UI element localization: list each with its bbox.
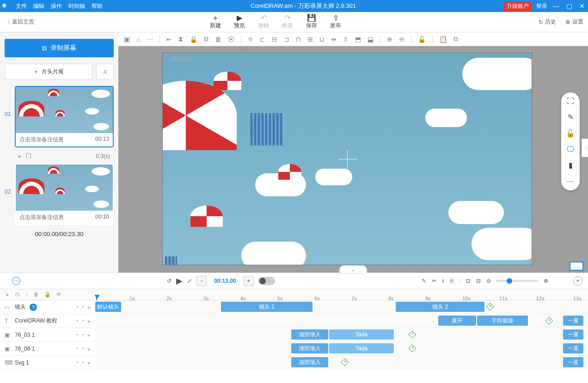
track-header[interactable]: TCorelDRAW 教程••▸ xyxy=(0,317,95,325)
send-back-icon[interactable]: ⬓ xyxy=(368,36,374,43)
track-dot[interactable]: • xyxy=(77,346,79,352)
marker2-icon[interactable]: ⊟ xyxy=(476,278,481,284)
play-button[interactable]: ▶ xyxy=(176,276,183,286)
snap-toggle[interactable] xyxy=(258,277,275,285)
expand-icon[interactable]: ⤢ xyxy=(187,278,192,284)
maximize-button[interactable]: ▢ xyxy=(565,2,573,10)
scene-note[interactable]: 点击添加备注信息 xyxy=(19,213,64,221)
lock3-icon[interactable]: 🔒 xyxy=(44,292,51,298)
cut-icon[interactable]: ✂ xyxy=(432,278,436,284)
clip[interactable]: 顶部渐入 xyxy=(291,329,328,340)
home-icon[interactable]: ⌂ xyxy=(136,36,140,43)
clip[interactable]: 镜头 1 xyxy=(221,302,312,312)
align-middle-icon[interactable]: ⊟ xyxy=(272,36,277,43)
marker1-icon[interactable]: ⊡ xyxy=(466,278,471,284)
more-tools-icon[interactable]: ⋯ xyxy=(567,177,574,186)
track-expand-icon[interactable]: ▸ xyxy=(88,359,91,366)
monitor-icon[interactable]: 🖵 xyxy=(567,145,574,153)
zoom-in2-icon[interactable]: ⊕ xyxy=(544,278,548,284)
zoom-in-icon[interactable]: ⊕ xyxy=(387,36,392,43)
settings-button[interactable]: ⚙设置 xyxy=(565,18,583,26)
clip[interactable]: 镜头 2 xyxy=(396,302,484,312)
link-icon[interactable]: ⎘ xyxy=(450,278,453,284)
keyframe-add[interactable] xyxy=(486,303,494,311)
zoom-inc-button[interactable]: + xyxy=(244,276,254,286)
track-dot[interactable]: • xyxy=(77,359,79,366)
zoom-out2-icon[interactable]: ⊖ xyxy=(486,278,491,284)
delete-icon[interactable]: 🗑 xyxy=(215,36,221,43)
align-top-icon[interactable]: ⊓ xyxy=(296,36,301,43)
track-header[interactable]: ▭镜头?••▸ xyxy=(0,303,95,311)
menu-操作[interactable]: 操作 xyxy=(51,2,62,10)
clip[interactable]: 展开 xyxy=(438,316,476,326)
record-screen-button[interactable]: ⧉ 录制屏幕 xyxy=(5,39,114,57)
copy-icon[interactable]: ⧉ xyxy=(204,35,208,43)
back-home-button[interactable]: 〈 返回主页 xyxy=(5,18,34,26)
minimize-button[interactable]: — xyxy=(552,2,560,10)
clip[interactable]: 一直 xyxy=(563,343,583,353)
collapse-stage-button[interactable]: ⌄ xyxy=(339,265,367,274)
expand-all-icon[interactable]: ▸ xyxy=(6,292,9,298)
eye-icon[interactable]: 👁 xyxy=(56,292,61,298)
timer-icon[interactable]: ⧗ xyxy=(178,35,183,43)
scene-note[interactable]: 点击添加备注信息 xyxy=(19,136,64,144)
lock-icon[interactable]: 🔒 xyxy=(190,36,197,43)
action-预览[interactable]: ▶预览 xyxy=(234,14,245,30)
login-button[interactable]: 登录 xyxy=(536,2,547,10)
stage[interactable]: ▭默认镜头 xyxy=(162,53,532,265)
clip[interactable]: 字符膨胀 xyxy=(477,316,528,326)
align-bottom-icon[interactable]: ⊔ xyxy=(319,36,325,43)
track-body[interactable]: 顶部渐入Tada一直 xyxy=(95,328,588,341)
clip[interactable]: 默认镜头 xyxy=(95,302,121,312)
action-新建[interactable]: ＋新建 xyxy=(210,14,221,30)
dist-v-icon[interactable]: ⇳ xyxy=(343,36,349,43)
music-button[interactable]: ♫ xyxy=(96,64,114,79)
align-center-icon[interactable]: ≑ xyxy=(248,36,253,43)
fullscreen-icon[interactable]: ⛶ xyxy=(567,97,574,105)
keyframe-add[interactable] xyxy=(341,359,349,366)
folder-icon[interactable]: 🗀 xyxy=(15,292,20,298)
lock2-icon[interactable]: 🔓 xyxy=(566,129,575,138)
upgrade-button[interactable]: 升级账户 xyxy=(504,1,532,11)
canvas-area[interactable]: ▭默认镜头 ⌄ ⛶ ✎ 🔓 xyxy=(118,46,588,273)
clip[interactable]: 顶部渐入 xyxy=(291,357,328,367)
zoom-dec-button[interactable]: − xyxy=(196,276,207,286)
track-dot[interactable]: • xyxy=(77,318,79,324)
clip[interactable]: Tada xyxy=(329,329,394,340)
track-header[interactable]: ⌨Svg 1••▸ xyxy=(0,359,95,366)
focus-icon[interactable]: ⦿ xyxy=(228,36,234,43)
align-hcenter-icon[interactable]: ⇤ xyxy=(166,36,172,43)
more-options-icon[interactable]: ⋯ xyxy=(12,277,20,285)
align-left-icon[interactable]: ⊏ xyxy=(260,36,265,43)
scene-transition[interactable]: ▸门0.3(s) xyxy=(5,150,114,164)
history-button[interactable]: ↻历史 xyxy=(539,18,556,26)
scene-item[interactable]: 01点击添加备注信息00:13 xyxy=(5,86,114,147)
menu-编辑[interactable]: 编辑 xyxy=(33,2,44,10)
clip[interactable]: 一直 xyxy=(563,329,583,340)
paste-icon[interactable]: 📋 xyxy=(439,36,447,43)
keyframe-add[interactable] xyxy=(409,331,416,339)
track-body[interactable]: 顶部渐入Tada一直 xyxy=(95,342,588,355)
clip[interactable]: 一直 xyxy=(563,316,583,326)
track-body[interactable]: 默认镜头镜头 1镜头 2 xyxy=(95,300,588,314)
clip[interactable]: Tada xyxy=(329,343,394,353)
clip[interactable]: 一直 xyxy=(563,357,583,367)
trash-icon[interactable]: 🗑 xyxy=(34,292,39,298)
track-dot[interactable]: • xyxy=(77,332,79,338)
action-保存[interactable]: 💾保存 xyxy=(306,14,317,30)
track-dot[interactable]: • xyxy=(82,346,84,352)
close-button[interactable]: ✕ xyxy=(578,2,586,10)
duplicate-icon[interactable]: ⧉ xyxy=(453,35,458,43)
track-expand-icon[interactable]: ▸ xyxy=(88,318,91,324)
aspect-badge[interactable] xyxy=(570,261,583,271)
keyframe-add[interactable] xyxy=(409,345,416,353)
zoom-out-icon[interactable]: ⊖ xyxy=(399,36,404,43)
track-dot[interactable]: • xyxy=(82,332,84,338)
unlock-icon[interactable]: 🔓 xyxy=(418,36,426,43)
more-icon[interactable]: ⋯ xyxy=(147,36,153,43)
head-tail-button[interactable]: ＋片头片尾 xyxy=(5,64,92,79)
rewind-icon[interactable]: ↺ xyxy=(167,278,172,284)
align-right-icon[interactable]: ⊐ xyxy=(284,36,289,43)
fit-icon[interactable]: ▣ xyxy=(124,36,130,43)
collapse-side-button[interactable]: 〈 xyxy=(582,139,588,157)
